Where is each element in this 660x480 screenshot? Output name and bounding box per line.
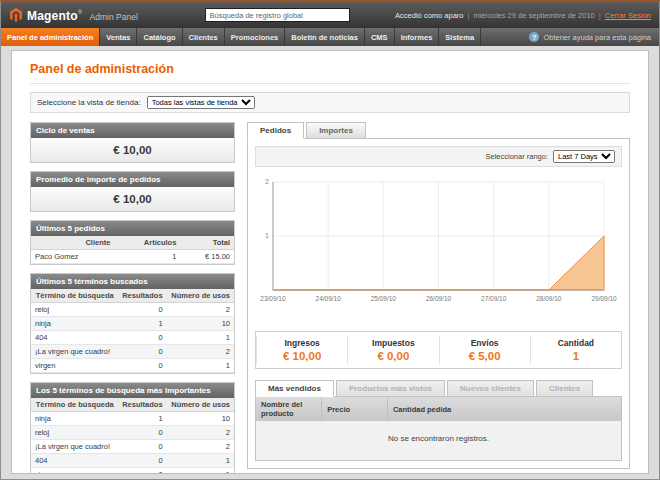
nav-item[interactable]: Ventas bbox=[100, 28, 137, 46]
logo-name: Magento bbox=[27, 9, 78, 23]
separator: | bbox=[599, 11, 601, 20]
nav-item[interactable]: Promociones bbox=[225, 28, 286, 46]
tab-label: Importes bbox=[319, 126, 353, 135]
nav-item[interactable]: Clientes bbox=[183, 28, 225, 46]
table-row[interactable]: virgen 0 1 bbox=[31, 359, 234, 373]
nav-item-label: Clientes bbox=[189, 33, 218, 42]
chart-tab[interactable]: Importes bbox=[306, 122, 366, 139]
content-wrapper: Panel de administración Seleccione la vi… bbox=[11, 50, 649, 474]
chart-tabs: Pedidos Importes bbox=[247, 122, 630, 139]
store-view-select[interactable]: Todas las vistas de tienda bbox=[147, 96, 255, 109]
table-row[interactable]: 404 0 1 bbox=[31, 331, 234, 345]
nav-item[interactable]: CMS bbox=[365, 28, 395, 46]
cell-uses: 1 bbox=[167, 454, 234, 468]
cell-uses: 2 bbox=[167, 345, 234, 359]
tab-label: Productos más vistos bbox=[349, 384, 432, 393]
average-orders-value: € 10,00 bbox=[31, 187, 234, 211]
help-label: Obtener ayuda para esta página bbox=[543, 33, 651, 42]
cell-results: 0 bbox=[118, 345, 167, 359]
cell-results: 1 bbox=[118, 412, 167, 426]
nav-item-label: Panel de administración bbox=[7, 33, 93, 42]
column-header: Término de búsqueda bbox=[31, 398, 118, 412]
nav-item-label: Sistema bbox=[445, 33, 474, 42]
logged-in-as: Accedió como aparo bbox=[395, 11, 463, 20]
bottom-tab[interactable]: Productos más vistos bbox=[336, 380, 445, 397]
cell-uses: 2 bbox=[167, 440, 234, 454]
empty-row: No se encontraron registros. bbox=[256, 421, 621, 460]
tab-label: Nuevos clientes bbox=[460, 384, 521, 393]
table-row[interactable]: 404 0 1 bbox=[31, 454, 234, 468]
nav-item-label: Boletín de noticias bbox=[291, 33, 358, 42]
range-label: Seleccionar rango: bbox=[485, 152, 548, 161]
svg-text:2: 2 bbox=[265, 178, 269, 185]
cell-term: virge bbox=[31, 468, 118, 475]
table-row[interactable]: Paco Gomez 1 € 15.00 bbox=[31, 250, 234, 264]
tab-label: Pedidos bbox=[260, 126, 291, 135]
total-label: Envíos bbox=[440, 338, 530, 348]
svg-text:27/09/10: 27/09/10 bbox=[481, 295, 507, 302]
bottom-tab[interactable]: Más vendidos bbox=[255, 380, 334, 397]
cell-results: 0 bbox=[118, 303, 167, 317]
last-orders-title: Últimos 5 pedidos bbox=[31, 221, 234, 236]
main-nav: Panel de administración Ventas Catálogo … bbox=[1, 28, 659, 46]
help-link[interactable]: ? Obtener ayuda para esta página bbox=[521, 28, 659, 46]
chart-panel: Seleccionar rango: Last 7 Days 1223/09/1… bbox=[247, 138, 630, 469]
cell-results: 0 bbox=[118, 359, 167, 373]
table-row[interactable]: ¡La virgen que cuadro! 0 2 bbox=[31, 440, 234, 454]
total-cell: Cantidad 1 bbox=[530, 336, 621, 364]
lifetime-sales-value: € 10,00 bbox=[31, 138, 234, 162]
cell-uses: 2 bbox=[167, 426, 234, 440]
column-header: Nombre del producto bbox=[256, 397, 322, 421]
column-header: Cantidad pedida bbox=[387, 397, 621, 421]
chart-tab[interactable]: Pedidos bbox=[247, 122, 304, 139]
table-row[interactable]: reloj 0 2 bbox=[31, 426, 234, 440]
nav-item[interactable]: Panel de administración bbox=[1, 28, 100, 46]
bottom-tab[interactable]: Nuevos clientes bbox=[447, 380, 534, 397]
column-header: Resultados bbox=[118, 398, 167, 412]
cell-term: ¡La virgen que cuadro! bbox=[31, 440, 118, 454]
cell-term: reloj bbox=[31, 303, 118, 317]
header: Magento® Admin Panel Accedió como aparo … bbox=[1, 2, 659, 28]
cell-customer: Paco Gomez bbox=[31, 250, 114, 264]
svg-text:26/09/10: 26/09/10 bbox=[426, 295, 452, 302]
cell-term: virgen bbox=[31, 359, 118, 373]
current-date: miércoles 29 de septiembre de 2010 bbox=[473, 11, 594, 20]
orders-chart: 1223/09/1024/09/1025/09/1026/09/1027/09/… bbox=[257, 172, 620, 322]
header-user-area: Accedió como aparo | miércoles 29 de sep… bbox=[395, 11, 651, 20]
table-row[interactable]: reloj 0 2 bbox=[31, 303, 234, 317]
cell-uses: 10 bbox=[167, 317, 234, 331]
table-row[interactable]: ninja 1 10 bbox=[31, 412, 234, 426]
top-search-box: Los 5 términos de búsqueda más important… bbox=[30, 382, 235, 474]
logout-link[interactable]: Cerrar Sesión bbox=[605, 11, 651, 20]
last-search-table: Término de búsquedaResultadosNúmero de u… bbox=[31, 289, 234, 373]
help-icon: ? bbox=[529, 32, 539, 42]
cell-total: € 15.00 bbox=[180, 250, 234, 264]
nav-item[interactable]: Sistema bbox=[439, 28, 481, 46]
right-column: Pedidos Importes Seleccionar rango: Last… bbox=[247, 122, 630, 474]
page-title: Panel de administración bbox=[30, 57, 630, 84]
range-select[interactable]: Last 7 Days bbox=[553, 150, 615, 163]
svg-text:28/09/10: 28/09/10 bbox=[536, 295, 562, 302]
products-table-wrap: Nombre del productoPrecioCantidad pedida… bbox=[255, 396, 622, 461]
global-search-input[interactable] bbox=[205, 8, 350, 22]
tab-label: Clientes bbox=[549, 384, 580, 393]
last-orders-box: Últimos 5 pedidos ClienteArtículosTotal … bbox=[30, 220, 235, 265]
nav-item[interactable]: Catálogo bbox=[137, 28, 182, 46]
cell-results: 0 bbox=[118, 331, 167, 345]
lifetime-sales-title: Ciclo de ventas bbox=[31, 123, 234, 138]
table-row[interactable]: ninja 1 10 bbox=[31, 317, 234, 331]
top-search-title: Los 5 términos de búsqueda más important… bbox=[31, 383, 234, 398]
bottom-tab[interactable]: Clientes bbox=[536, 380, 593, 397]
nav-item[interactable]: Boletín de noticias bbox=[285, 28, 365, 46]
table-row[interactable]: virge 0 1 bbox=[31, 468, 234, 475]
nav-item[interactable]: Informes bbox=[395, 28, 440, 46]
total-value: € 5,00 bbox=[440, 350, 530, 362]
cell-results: 0 bbox=[118, 454, 167, 468]
cell-term: ¡La virgen que cuadro! bbox=[31, 345, 118, 359]
svg-text:24/09/10: 24/09/10 bbox=[316, 295, 342, 302]
tab-label: Más vendidos bbox=[268, 384, 321, 393]
store-view-bar: Seleccione la vista de tienda: Todas las… bbox=[30, 92, 630, 113]
last-search-title: Últimos 5 términos buscados bbox=[31, 274, 234, 289]
table-row[interactable]: ¡La virgen que cuadro! 0 2 bbox=[31, 345, 234, 359]
logo: Magento® Admin Panel bbox=[9, 6, 159, 24]
